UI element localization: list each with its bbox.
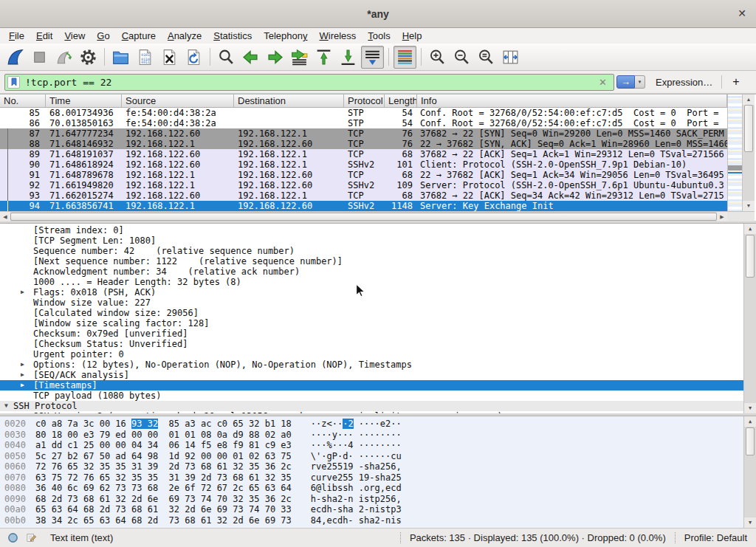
bytes-vscrollbar[interactable]: ▲ ▼	[743, 416, 756, 528]
go-back-button[interactable]	[239, 46, 262, 69]
resize-columns-button[interactable]	[499, 46, 522, 69]
display-filter-input[interactable]: !tcp.port == 22 ✕	[4, 74, 614, 91]
close-window-button[interactable]: ✕	[738, 7, 746, 19]
detail-line[interactable]: TCP payload (1080 bytes)	[0, 391, 756, 401]
scroll-right-arrow-icon[interactable]: ▶	[717, 212, 727, 221]
packet-row-94[interactable]: 9471.663856741192.168.122.1192.168.122.6…	[0, 201, 727, 211]
zoom-in-button[interactable]	[426, 46, 449, 69]
go-forward-button[interactable]	[264, 46, 286, 69]
detail-line[interactable]: ▶[Timestamps]	[0, 380, 756, 391]
expand-arrow-icon[interactable]: ▶	[21, 370, 30, 380]
column-header-source[interactable]: Source	[122, 94, 234, 107]
go-first-packet-button[interactable]	[312, 46, 335, 69]
detail-line[interactable]: ▶SSH Version 2 (encryption:chacha20-poly…	[0, 411, 756, 413]
packet-row-89[interactable]: 8971.648191037192.168.122.60192.168.122.…	[0, 149, 727, 159]
detail-line[interactable]: 1000 .... = Header Length: 32 bytes (8)	[0, 277, 756, 287]
detail-line[interactable]: [Window size scaling factor: 128]	[0, 318, 756, 328]
column-header-info[interactable]: Info	[417, 94, 727, 107]
filter-bookmark-button[interactable]	[7, 76, 20, 89]
close-file-button[interactable]	[158, 46, 181, 69]
menu-item-capture[interactable]: Capture	[116, 29, 162, 43]
detail-line[interactable]: [Stream index: 0]	[0, 225, 756, 235]
add-filter-button[interactable]: +	[732, 75, 739, 89]
detail-line[interactable]: ▶Options: (12 bytes), No-Operation (NOP)…	[0, 359, 756, 370]
stop-capture-button[interactable]	[28, 46, 51, 69]
packet-row-93[interactable]: 9371.662015274192.168.122.60192.168.122.…	[0, 190, 727, 201]
packet-row-86[interactable]: 8670.013850163fe:54:00:d4:38:2aSTP54Conf…	[0, 118, 727, 128]
open-file-button[interactable]	[109, 46, 132, 69]
packet-row-88[interactable]: 8871.648146932192.168.122.1192.168.122.6…	[0, 139, 727, 149]
profile-status[interactable]: Profile: Default	[684, 532, 747, 543]
hex-row-00b0[interactable]: 00b038 34 2c 65 63 64 68 2d 73 68 61 32 …	[0, 515, 756, 526]
detail-line[interactable]: Sequence number: 42 (relative sequence n…	[0, 246, 756, 256]
detail-line[interactable]: [TCP Segment Len: 1080]	[0, 235, 756, 246]
expand-arrow-icon[interactable]: ▶	[21, 411, 30, 413]
hscrollbar-thumb[interactable]	[10, 213, 717, 221]
scroll-up-arrow-icon[interactable]: ▲	[743, 94, 755, 105]
menu-item-go[interactable]: Go	[91, 29, 115, 43]
hex-row-0020[interactable]: 0020c0 a8 7a 3c 00 16 93 32 85 a3 ac c0 …	[0, 419, 756, 430]
capture-options-button[interactable]	[77, 46, 100, 69]
packet-list-minimap[interactable]	[727, 94, 742, 211]
vscrollbar-thumb[interactable]	[746, 427, 755, 455]
auto-scroll-button[interactable]	[361, 46, 384, 69]
menu-item-wireless[interactable]: Wireless	[314, 29, 362, 43]
go-to-packet-button[interactable]	[288, 46, 311, 69]
packet-list-hscrollbar[interactable]: ◀ ▶	[0, 211, 727, 221]
expert-info-icon[interactable]	[7, 532, 18, 543]
detail-line[interactable]: ▼SSH Protocol	[0, 401, 756, 411]
scroll-down-arrow-icon[interactable]: ▼	[744, 517, 756, 528]
packet-row-92[interactable]: 9271.661949820192.168.122.1192.168.122.6…	[0, 180, 727, 190]
hex-row-0030[interactable]: 003080 18 00 e3 79 ed 00 00 01 01 08 0a …	[0, 430, 756, 441]
scroll-left-arrow-icon[interactable]: ◀	[0, 212, 10, 221]
expand-arrow-icon[interactable]: ▶	[21, 359, 30, 370]
expand-arrow-icon[interactable]: ▶	[21, 380, 30, 391]
menu-item-help[interactable]: Help	[396, 29, 428, 43]
packet-row-90[interactable]: 9071.648618924192.168.122.60192.168.122.…	[0, 159, 727, 170]
restart-capture-button[interactable]	[52, 46, 75, 69]
vscrollbar-thumb[interactable]	[744, 105, 753, 152]
menu-item-statistics[interactable]: Statistics	[207, 29, 258, 43]
column-header-no[interactable]: No.	[0, 94, 46, 107]
column-header-destination[interactable]: Destination	[234, 94, 344, 107]
menu-item-view[interactable]: View	[58, 29, 91, 43]
scroll-up-arrow-icon[interactable]: ▲	[744, 224, 756, 234]
annotation-pencil-icon[interactable]	[26, 532, 37, 543]
filter-history-dropdown[interactable]: ▼	[635, 75, 645, 89]
packet-list-vscrollbar[interactable]: ▲ ▼	[742, 94, 755, 211]
column-header-time[interactable]: Time	[46, 94, 122, 107]
menu-item-telephony[interactable]: Telephony	[258, 29, 313, 43]
scroll-down-arrow-icon[interactable]: ▼	[744, 403, 756, 413]
column-header-protocol[interactable]: Protocol	[344, 94, 385, 107]
zoom-out-button[interactable]	[450, 46, 473, 69]
detail-line[interactable]: Checksum: 0x79ed [unverified]	[0, 328, 756, 339]
packet-row-87[interactable]: 8771.647777234192.168.122.60192.168.122.…	[0, 128, 727, 139]
hex-row-0050[interactable]: 00505c 27 b2 67 50 ad 64 98 1d 92 00 00 …	[0, 451, 756, 462]
hex-row-0060[interactable]: 006072 76 65 32 35 35 31 39 2d 73 68 61 …	[0, 461, 756, 472]
detail-line[interactable]: ▶Flags: 0x018 (PSH, ACK)	[0, 287, 756, 297]
find-packet-button[interactable]	[215, 46, 238, 69]
start-capture-button[interactable]	[4, 46, 27, 69]
hex-row-0070[interactable]: 007063 75 72 76 65 32 35 35 31 39 2d 73 …	[0, 472, 756, 484]
go-last-packet-button[interactable]	[337, 46, 360, 69]
detail-line[interactable]: Window size value: 227	[0, 297, 756, 308]
packet-row-85[interactable]: 8568.001734936fe:54:00:d4:38:2aSTP54Conf…	[0, 108, 727, 118]
detail-line[interactable]: ▶[SEQ/ACK analysis]	[0, 370, 756, 380]
zoom-original-button[interactable]	[475, 46, 498, 69]
filter-apply-button[interactable]: →	[616, 75, 635, 89]
save-file-button[interactable]: 010101100011	[134, 46, 157, 69]
menu-item-analyze[interactable]: Analyze	[162, 29, 207, 43]
packet-row-91[interactable]: 9171.648789678192.168.122.1192.168.122.6…	[0, 170, 727, 180]
vscrollbar-thumb[interactable]	[746, 235, 755, 278]
filter-clear-button[interactable]: ✕	[599, 77, 607, 88]
detail-line[interactable]: [Calculated window size: 29056]	[0, 308, 756, 318]
menu-item-edit[interactable]: Edit	[30, 29, 58, 43]
hex-row-00a0[interactable]: 00a065 63 64 68 2d 73 68 61 32 2d 6e 69 …	[0, 504, 756, 515]
collapse-arrow-icon[interactable]: ▼	[4, 401, 13, 411]
column-header-length[interactable]: Length	[385, 94, 417, 107]
reload-file-button[interactable]	[182, 46, 205, 69]
title-bar[interactable]: *any ✕	[0, 0, 756, 28]
colorize-packets-button[interactable]	[394, 46, 416, 69]
expression-button[interactable]: Expression…	[656, 77, 712, 88]
detail-line[interactable]: [Next sequence number: 1122 (relative se…	[0, 256, 756, 266]
